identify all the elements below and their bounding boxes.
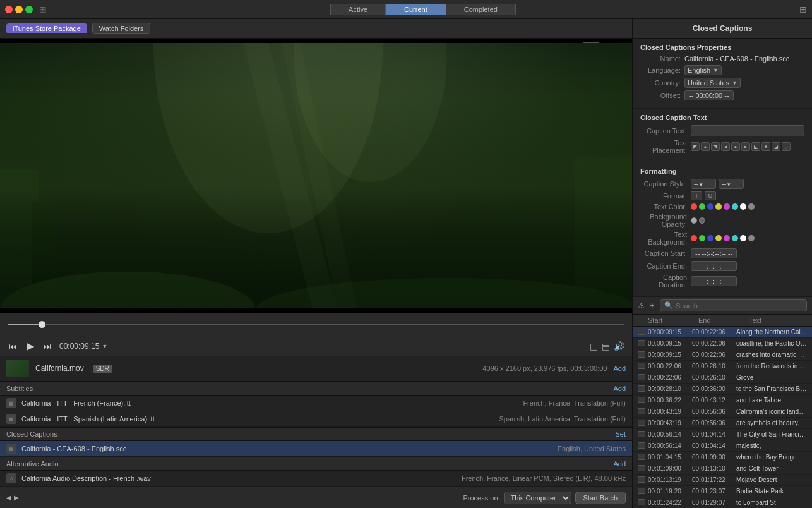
placement-btn-8[interactable]: ▼ [761, 142, 770, 151]
share-icon[interactable]: ⊞ [799, 4, 807, 15]
caption-style-select-2[interactable]: --▼ [719, 179, 744, 189]
top-bar-left: ⊞ [5, 4, 47, 15]
placement-btn-9[interactable]: ◢ [772, 142, 780, 151]
color-dot-cyan[interactable] [732, 203, 738, 210]
nav-next-button[interactable]: ▶ [14, 494, 19, 501]
closed-captions-set-button[interactable]: Set [615, 430, 626, 438]
tab-completed[interactable]: Completed [446, 4, 516, 15]
text-bg-dot-white[interactable] [740, 235, 746, 241]
table-row[interactable]: 00:00:28:10 00:00:36:00 to the San Franc… [633, 384, 812, 395]
italic-button[interactable]: I [691, 191, 702, 200]
maximize-button[interactable] [25, 6, 33, 13]
add-file-button[interactable]: Add [613, 365, 626, 372]
caption-duration-label: Caption Duration: [640, 274, 691, 289]
table-row[interactable]: 00:00:36:22 00:00:43:12 and Lake Tahoe [633, 395, 812, 406]
caption-text-input[interactable] [691, 125, 804, 136]
alt-audio-add-button[interactable]: Add [613, 460, 626, 468]
text-bg-dot-green[interactable] [699, 235, 705, 241]
timeline-knob[interactable] [39, 321, 45, 328]
language-select[interactable]: English ▼ [684, 65, 722, 75]
placement-btn-4[interactable]: ◄ [721, 142, 730, 151]
color-dot-red[interactable] [691, 203, 697, 210]
table-row[interactable]: 00:00:56:14 00:01:04:14 majestic, [633, 440, 812, 452]
offset-input[interactable]: -- 00:00:00 -- [684, 90, 734, 100]
row-start: 00:00:43:19 [648, 408, 692, 415]
time-dropdown-icon[interactable]: ▼ [102, 343, 107, 349]
play-button[interactable]: ▶ [25, 340, 35, 352]
table-row[interactable]: 00:00:43:19 00:00:56:06 are symbols of b… [633, 418, 812, 429]
color-dot-yellow[interactable] [715, 203, 722, 210]
opacity-dot-1[interactable] [691, 217, 697, 224]
minimize-button[interactable] [15, 6, 23, 13]
text-bg-dot-blue[interactable] [707, 235, 713, 241]
skip-back-button[interactable]: ⏮ [8, 341, 19, 351]
itunes-store-package-button[interactable]: iTunes Store Package [6, 23, 87, 33]
volume-button[interactable]: 🔊 [614, 341, 624, 351]
caption-style-select[interactable]: --▼ [691, 179, 716, 189]
caption-start-input[interactable]: -- --:--:--:-- -- [691, 248, 737, 258]
placement-btn-1[interactable]: ◤ [691, 142, 700, 151]
row-end: 00:01:04:14 [692, 442, 736, 449]
row-end: 00:00:22:06 [692, 340, 736, 347]
table-row[interactable]: 00:00:09:15 00:00:22:06 crashes into dra… [633, 349, 812, 361]
placement-btn-2[interactable]: ▲ [701, 142, 710, 151]
caption-toggle-button[interactable]: ▤ [602, 341, 610, 351]
timeline-slider[interactable] [8, 324, 624, 325]
color-dot-green[interactable] [699, 203, 705, 210]
process-select[interactable]: This Computer [504, 492, 571, 504]
color-dot-blue[interactable] [707, 203, 713, 210]
cc-track-1[interactable]: ▤ California - CEA-608 - English.scc Eng… [0, 441, 632, 457]
subtitle-track-2[interactable]: ▤ California - ITT - Spanish (Latin Amer… [0, 411, 632, 427]
color-dot-magenta[interactable] [724, 203, 730, 210]
text-bg-dot-gray[interactable] [748, 235, 755, 241]
table-row[interactable]: 00:00:09:15 00:00:22:06 Along the Northe… [633, 327, 812, 338]
table-row[interactable]: 00:01:13:19 00:01:17:22 Mojave Desert [633, 475, 812, 486]
watch-folders-button[interactable]: Watch Folders [92, 23, 151, 34]
country-dropdown-icon: ▼ [732, 80, 737, 86]
table-row[interactable]: 00:01:19:20 00:01:23:07 Bodie State Park [633, 486, 812, 497]
placement-btn-5[interactable]: ● [731, 142, 740, 151]
start-batch-button[interactable]: Start Batch [575, 492, 626, 504]
search-icon: 🔍 [664, 301, 673, 310]
table-row[interactable]: 00:01:24:22 00:01:29:07 to Lombard St [633, 497, 812, 508]
opacity-dot-2[interactable] [699, 217, 705, 224]
row-start: 00:01:13:19 [648, 476, 692, 483]
table-row[interactable]: 00:00:22:06 00:00:26:10 Grove [633, 372, 812, 384]
text-bg-dot-yellow[interactable] [715, 235, 722, 241]
placement-btn-3[interactable]: ◥ [711, 142, 720, 151]
color-dot-gray[interactable] [748, 203, 755, 210]
placement-btn-6[interactable]: ► [741, 142, 750, 151]
close-button[interactable] [5, 6, 13, 13]
row-start: 00:00:28:10 [648, 385, 692, 392]
search-input[interactable] [676, 302, 803, 310]
row-end: 00:00:43:12 [692, 397, 736, 404]
skip-forward-button[interactable]: ⏭ [42, 341, 53, 351]
country-select[interactable]: United States ▼ [684, 78, 741, 88]
text-bg-dot-magenta[interactable] [724, 235, 730, 241]
table-row[interactable]: 00:00:09:15 00:00:22:06 coastline, the P… [633, 338, 812, 349]
text-bg-dot-red[interactable] [691, 235, 697, 241]
table-row[interactable]: 00:00:22:06 00:00:26:10 from the Redwood… [633, 361, 812, 372]
underline-button[interactable]: U [705, 191, 716, 200]
subtitle-track-1[interactable]: ▤ California - ITT - French (France).itt… [0, 396, 632, 411]
placement-btn-10[interactable]: ⟨⟩ [782, 142, 791, 151]
color-dot-white[interactable] [740, 203, 746, 210]
add-caption-button[interactable]: ＋ [648, 300, 656, 311]
table-row[interactable]: 00:01:04:15 00:01:09:00 where the Bay Br… [633, 452, 812, 463]
bookmark-button[interactable]: ◫ [590, 341, 598, 351]
table-row[interactable]: 00:01:09:00 00:01:13:10 and Colt Tower [633, 463, 812, 475]
caption-end-input[interactable]: -- --:--:--:-- -- [691, 261, 737, 271]
table-toolbar: ⚠ ＋ 🔍 [633, 297, 812, 315]
table-row[interactable]: 00:00:43:19 00:00:56:06 California's ico… [633, 406, 812, 418]
table-row[interactable]: 00:00:56:14 00:01:04:14 The City of San … [633, 429, 812, 440]
sidebar-toggle-icon[interactable]: ⊞ [39, 4, 47, 15]
text-bg-dot-cyan[interactable] [732, 235, 738, 241]
warning-icon-button[interactable]: ⚠ [638, 301, 645, 310]
tab-active[interactable]: Active [330, 4, 386, 15]
placement-btn-7[interactable]: ◣ [751, 142, 760, 151]
nav-prev-button[interactable]: ◀ [6, 494, 11, 501]
subtitles-add-button[interactable]: Add [613, 385, 626, 392]
caption-duration-input[interactable]: -- --:--:--:-- -- [691, 276, 737, 286]
alt-audio-track-1[interactable]: ♫ California Audio Description - French … [0, 471, 632, 487]
tab-current[interactable]: Current [386, 4, 446, 15]
